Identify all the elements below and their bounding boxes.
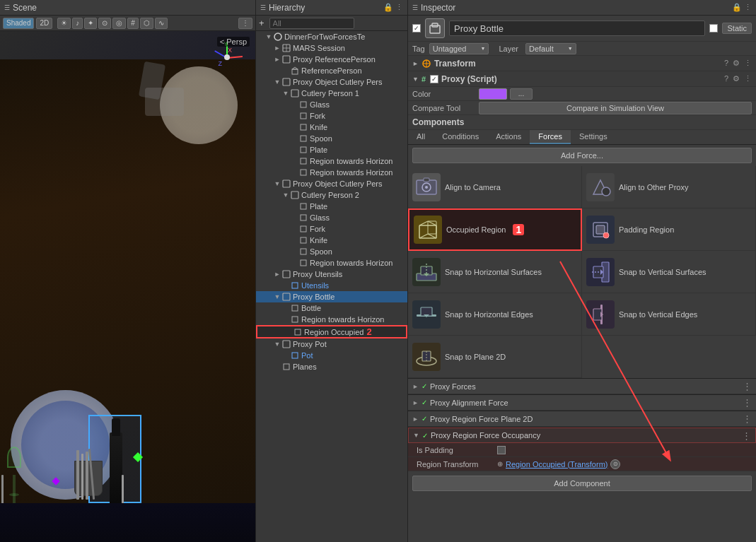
transform-header[interactable]: ► Transform ? ⚙ ⋮ xyxy=(408,56,756,71)
scene-btn2[interactable]: ◎ xyxy=(112,18,126,29)
proxy-settings[interactable]: ⚙ xyxy=(733,74,740,83)
tree-arrow-cp2[interactable]: ▼ xyxy=(281,191,290,199)
force-snap-vert[interactable]: Snap to Vertical Surfaces xyxy=(582,251,756,293)
tree-item-region-toward[interactable]: ► Region towards Horizon xyxy=(256,314,407,325)
proxy-plane-dots[interactable]: ⋮ xyxy=(743,413,752,424)
tree-item-pot[interactable]: ► Pot xyxy=(256,350,407,361)
light-btn[interactable]: ☀ xyxy=(57,18,71,29)
tree-item-spoon2[interactable]: ► Spoon xyxy=(256,246,407,257)
proxy-forces-header[interactable]: ► ✓ Proxy Forces ⋮ xyxy=(408,379,756,394)
force-align-proxy[interactable]: Align to Other Proxy xyxy=(582,166,756,208)
tree-item-plate2[interactable]: ► Plate xyxy=(256,201,407,212)
tree-item-cp2[interactable]: ▼ Cutlery Person 2 xyxy=(256,189,407,201)
inspector-more[interactable]: ⋮ xyxy=(744,3,752,12)
proxy-help[interactable]: ? xyxy=(724,74,728,83)
tree-item-dinner[interactable]: ▼ DinnerForTwoForcesTe xyxy=(256,31,407,42)
tree-arrow-proxy-bottle[interactable]: ▼ xyxy=(273,293,281,301)
inspector-lock[interactable]: 🔒 xyxy=(732,3,742,12)
tree-item-proxy-bottle[interactable]: ▼ Proxy Bottle xyxy=(256,291,407,302)
compare-simulation-btn[interactable]: Compare in Simulation View xyxy=(479,102,752,114)
force-snap-vedge[interactable]: Snap to Vertical Edges xyxy=(582,293,756,336)
tree-arrow-mars[interactable]: ► xyxy=(273,44,281,52)
tree-item-mars[interactable]: ► MARS Session xyxy=(256,42,407,54)
tab-actions[interactable]: Actions xyxy=(487,130,530,144)
shading-dropdown[interactable]: Shaded xyxy=(3,18,34,29)
more-scene-btn[interactable]: ⋮ xyxy=(238,18,252,29)
tree-item-proxy-pot[interactable]: ▼ Proxy Pot xyxy=(256,338,407,350)
object-active-checkbox[interactable]: ✓ xyxy=(412,24,421,33)
object-name-field[interactable] xyxy=(449,20,705,36)
transform-help[interactable]: ? xyxy=(724,59,728,68)
tree-item-region1b[interactable]: ► Region towards Horizon xyxy=(256,167,407,178)
tree-item-spoon1[interactable]: ► Spoon xyxy=(256,133,407,144)
tree-item-knife1[interactable]: ► Knife xyxy=(256,122,407,133)
tree-arrow-proxy-pot[interactable]: ▼ xyxy=(273,340,281,348)
tree-arrow-cutlery1[interactable]: ▼ xyxy=(273,78,281,86)
proxy-script-header[interactable]: ▼ # ✓ Proxy (Script) ? ⚙ ⋮ xyxy=(408,71,756,87)
tab-settings[interactable]: Settings xyxy=(571,130,616,144)
tree-item-fork1[interactable]: ► Fork xyxy=(256,110,407,122)
tree-arrow-proxy-ref[interactable]: ► xyxy=(273,55,281,64)
tree-item-fork2[interactable]: ► Fork xyxy=(256,223,407,235)
tree-arrow-proxy-utensils[interactable]: ► xyxy=(273,270,281,278)
force-occupied[interactable]: Occupied Region 1 xyxy=(408,208,582,251)
tree-arrow-cp1[interactable]: ▼ xyxy=(281,89,290,98)
region-transform-link[interactable]: Region Occupied (Transform) xyxy=(506,460,607,469)
tag-dropdown[interactable]: Untagged xyxy=(429,43,489,54)
tree-item-glass2[interactable]: ► Glass xyxy=(256,212,407,223)
color-swatch[interactable] xyxy=(479,88,507,100)
region-transform-target[interactable]: ⊙ xyxy=(610,459,620,469)
proxy-more[interactable]: ⋮ xyxy=(744,74,752,83)
static-checkbox[interactable] xyxy=(709,24,718,33)
add-component-btn[interactable]: Add Component xyxy=(412,476,752,491)
tree-item-proxy-ref[interactable]: ► Proxy ReferencePerson xyxy=(256,54,407,65)
proxy-align-header[interactable]: ► ✓ Proxy Alignment Force ⋮ xyxy=(408,395,756,411)
static-badge[interactable]: Static xyxy=(722,23,752,34)
tree-item-region2a[interactable]: ► Region towards Horizon xyxy=(256,257,407,269)
tree-arrow-cutlery2[interactable]: ▼ xyxy=(273,179,281,188)
scene-view[interactable]: X Y Z < Persp xyxy=(0,31,255,542)
tree-item-planes[interactable]: ► Planes xyxy=(256,361,407,372)
add-btn[interactable]: + xyxy=(259,18,264,28)
tree-item-bottle[interactable]: ► Bottle xyxy=(256,302,407,314)
hierarchy-more[interactable]: ⋮ xyxy=(395,3,403,12)
tree-item-proxy-utensils[interactable]: ► Proxy Utensils xyxy=(256,269,407,280)
tab-forces[interactable]: Forces xyxy=(530,130,571,144)
tree-arrow-dinner[interactable]: ▼ xyxy=(264,33,273,41)
scene-btn4[interactable]: ∿ xyxy=(155,18,168,29)
force-align-camera[interactable]: Align to Camera xyxy=(408,166,582,208)
hierarchy-lock[interactable]: 🔒 xyxy=(383,3,393,12)
tree-item-utensils[interactable]: ► Utensils xyxy=(256,280,407,291)
tree-item-knife2[interactable]: ► Knife xyxy=(256,235,407,246)
transform-settings[interactable]: ⚙ xyxy=(733,59,740,68)
force-padding[interactable]: Padding Region xyxy=(582,208,756,251)
proxy-align-dots[interactable]: ⋮ xyxy=(743,397,752,408)
scene-btn3[interactable]: ⬡ xyxy=(140,18,153,29)
tree-item-cutlery1[interactable]: ▼ Proxy Object Cutlery Pers xyxy=(256,76,407,88)
tree-item-cutlery2[interactable]: ▼ Proxy Object Cutlery Pers xyxy=(256,178,407,189)
fx-btn[interactable]: ✦ xyxy=(84,18,97,29)
proxy-occupancy-dots[interactable]: ⋮ xyxy=(742,430,751,441)
audio-btn[interactable]: ♪ xyxy=(72,18,83,29)
tree-item-region1a[interactable]: ► Region towards Horizon xyxy=(256,155,407,167)
tree-item-cp1[interactable]: ▼ Cutlery Person 1 xyxy=(256,88,407,99)
tree-item-glass1[interactable]: ► Glass xyxy=(256,99,407,110)
proxy-active-checkbox[interactable]: ✓ xyxy=(430,75,438,83)
color-edit-btn[interactable]: ... xyxy=(510,88,533,100)
tree-item-region-occupied[interactable]: ► Region Occupied 2 xyxy=(256,325,407,338)
grid-btn[interactable]: # xyxy=(127,18,139,29)
scene-btn1[interactable]: ⊙ xyxy=(98,18,111,29)
tree-item-ref-person[interactable]: ► ReferencePerson xyxy=(256,65,407,76)
force-snap-horiz[interactable]: Snap to Horizontal Surfaces xyxy=(408,251,582,293)
transform-more[interactable]: ⋮ xyxy=(744,59,752,68)
force-snap-hedge[interactable]: Snap to Horizontal Edges xyxy=(408,293,582,336)
force-snap-plane[interactable]: Snap to Plane 2D xyxy=(408,336,582,378)
hierarchy-search[interactable] xyxy=(269,18,354,29)
2d-toggle[interactable]: 2D xyxy=(36,18,52,29)
tree-item-plate1[interactable]: ► Plate xyxy=(256,144,407,155)
tab-all[interactable]: All xyxy=(408,130,434,144)
tab-conditions[interactable]: Conditions xyxy=(434,130,487,144)
add-force-btn[interactable]: Add Force... xyxy=(412,148,752,163)
layer-dropdown[interactable]: Default xyxy=(525,43,576,54)
proxy-occupancy-header[interactable]: ▼ ✓ Proxy Region Force Occupancy ⋮ xyxy=(408,428,756,443)
